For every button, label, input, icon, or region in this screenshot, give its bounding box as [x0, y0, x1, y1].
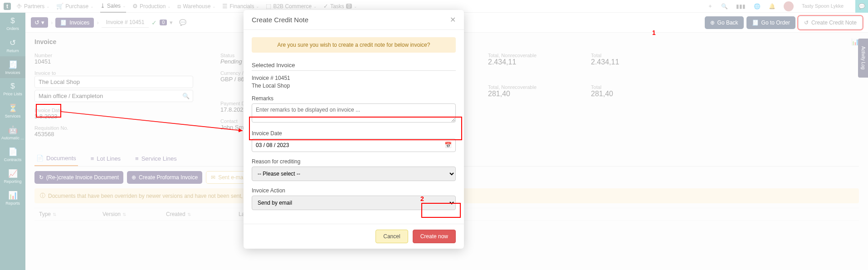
calendar-icon[interactable]: 📅 — [444, 142, 452, 148]
modal-warning: Are you sure you wish to create a credit… — [252, 37, 456, 53]
remarks-label: Remarks — [252, 95, 456, 102]
create-credit-note-modal: Create Credit Note ✕ Are you sure you wi… — [244, 10, 464, 249]
close-icon[interactable]: ✕ — [450, 15, 456, 24]
modal-invoice-date-input[interactable] — [256, 139, 444, 152]
modal-title: Create Credit Note — [252, 16, 308, 24]
selected-invoice-label: Selected Invoice — [252, 62, 456, 69]
remarks-textarea[interactable] — [252, 103, 456, 123]
modal-invoice-date-label: Invoice Date — [252, 130, 456, 137]
reason-label: Reason for crediting — [252, 158, 456, 165]
cancel-button[interactable]: Cancel — [375, 230, 408, 243]
create-now-button[interactable]: Create now — [413, 230, 456, 243]
reason-select[interactable]: -- Please select -- — [252, 167, 456, 181]
selected-invoice-number: Invoice # 10451 — [252, 74, 456, 82]
selected-invoice-customer: The Local Shop — [252, 82, 456, 90]
invoice-action-label: Invoice Action — [252, 187, 456, 194]
invoice-action-select[interactable]: Send by email — [252, 196, 456, 210]
